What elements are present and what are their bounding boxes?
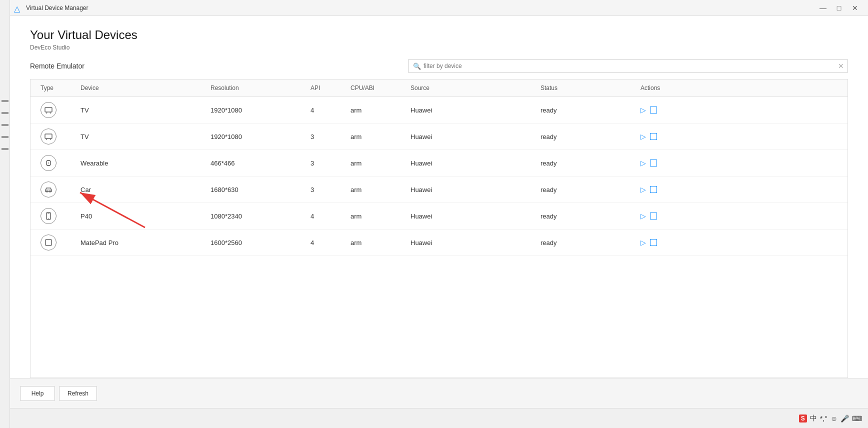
svg-rect-0 [45,108,52,112]
refresh-button[interactable]: Refresh [59,386,97,401]
cell-api: 3 [306,181,346,198]
cell-api: 4 [306,208,346,225]
cell-status: ready [536,102,636,119]
cell-cpu: arm [346,102,406,119]
cell-device: Wearable [76,154,206,172]
filter-clear-icon[interactable]: ✕ [838,62,844,70]
edge-mark [2,136,8,138]
table-row: Car 1680*630 3 arm Huawei ready ▷ [30,176,848,203]
device-table: Type Device Resolution API CPU/ABI Sourc… [30,79,848,378]
cell-source: Huawei [406,234,536,252]
col-type: Type [36,80,76,96]
table-row: TV 1920*1080 4 arm Huawei ready ▷ [30,97,848,124]
title-bar: △ Virtual Device Manager — □ ✕ [0,0,868,16]
cell-source: Huawei [406,154,536,172]
cell-source: Huawei [406,128,536,146]
stop-button[interactable] [650,133,657,140]
cell-source: Huawei [406,181,536,198]
svg-rect-16 [46,240,52,246]
cell-status: ready [536,128,636,146]
cell-resolution: 1080*2340 [206,208,306,225]
cell-api: 3 [306,154,346,172]
cell-resolution: 1600*2560 [206,234,306,252]
page-header: Your Virtual Devices DevEco Studio [0,16,868,59]
cell-status: ready [536,154,636,172]
filter-wrapper: 🔍 ✕ [408,59,848,73]
close-button[interactable]: ✕ [848,2,862,14]
help-button[interactable]: Help [20,386,55,401]
stop-button[interactable] [650,160,657,166]
edge-mark [2,148,8,150]
table-body: TV 1920*1080 4 arm Huawei ready ▷ [30,97,848,256]
left-edge [0,0,10,428]
play-button[interactable]: ▷ [640,159,646,167]
col-cpu: CPU/ABI [346,80,406,96]
play-button[interactable]: ▷ [640,106,646,114]
filter-input[interactable] [408,59,848,73]
play-button[interactable]: ▷ [640,132,646,140]
table-row: Wearable 466*466 3 arm Huawei ready ▷ [30,150,848,176]
play-button[interactable]: ▷ [640,212,646,220]
maximize-button[interactable]: □ [832,2,846,14]
cell-resolution: 1680*630 [206,181,306,198]
cell-device: Car [76,181,206,198]
stop-button[interactable] [650,239,657,246]
cell-type [36,124,76,150]
cell-cpu: arm [346,181,406,198]
cell-cpu: arm [346,208,406,225]
tv-icon [40,102,56,118]
cell-source: Huawei [406,102,536,119]
cell-status: ready [536,208,636,225]
actions-cell: ▷ [636,154,842,172]
content-area: Your Virtual Devices DevEco Studio Remot… [0,16,868,408]
footer: Help Refresh [0,378,868,408]
sougou-icon: S [799,414,807,422]
col-status: Status [536,80,636,96]
svg-line-5 [50,138,50,140]
microphone-icon: 🎤 [840,414,849,422]
search-icon: 🔍 [413,62,421,70]
cell-cpu: arm [346,128,406,146]
cell-api: 3 [306,128,346,146]
cell-resolution: 1920*1080 [206,102,306,119]
cell-cpu: arm [346,234,406,252]
cell-device: P40 [76,208,206,225]
cell-status: ready [536,181,636,198]
phone-icon [40,208,56,224]
edge-mark [2,112,8,114]
stop-button[interactable] [650,186,657,193]
cell-status: ready [536,234,636,252]
window-title: Virtual Device Manager [26,4,816,12]
play-button[interactable]: ▷ [640,238,646,246]
col-resolution: Resolution [206,80,306,96]
table-header: Type Device Resolution API CPU/ABI Sourc… [30,80,848,97]
actions-cell: ▷ [636,180,842,198]
car-icon [40,182,56,198]
minimize-button[interactable]: — [816,2,830,14]
play-button[interactable]: ▷ [640,186,646,194]
page-subtitle: DevEco Studio [30,44,848,51]
cell-cpu: arm [346,154,406,172]
svg-line-4 [46,138,47,140]
cell-type [36,230,76,256]
chinese-input-icon: 中 [810,414,817,423]
window: △ Virtual Device Manager — □ ✕ Your Virt… [0,0,868,428]
keyboard-icon: ⌨ [852,414,862,422]
stop-button[interactable] [650,212,657,220]
cell-device: TV [76,102,206,119]
emoji-icon: ☺ [830,414,838,422]
window-controls: — □ ✕ [816,2,862,14]
cell-api: 4 [306,102,346,119]
svg-line-2 [50,112,50,114]
cell-device: TV [76,128,206,146]
col-device: Device [76,80,206,96]
actions-cell: ▷ [636,234,842,252]
app-icon: △ [14,4,22,12]
table-row: P40 1080*2340 4 arm Huawei ready ▷ [30,203,848,230]
stop-button[interactable] [650,106,657,114]
main-content: Remote Emulator 🔍 ✕ Type Device Resoluti… [0,59,868,378]
edge-mark [2,100,8,102]
cell-resolution: 466*466 [206,154,306,172]
svg-point-14 [48,218,49,219]
watch-icon [40,155,56,171]
